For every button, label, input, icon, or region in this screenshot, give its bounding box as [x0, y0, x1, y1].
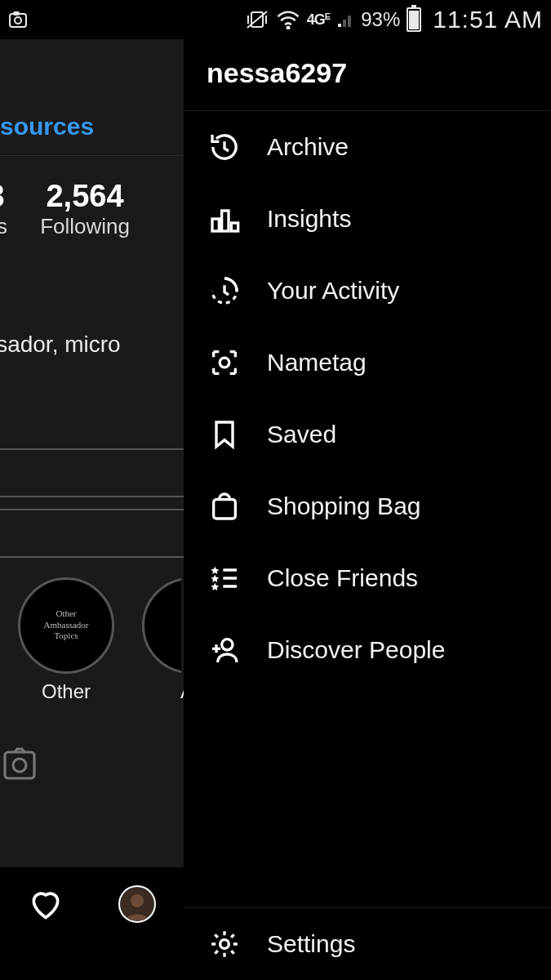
svg-point-7 [13, 759, 26, 772]
drawer-item-label: Saved [267, 421, 336, 448]
svg-rect-11 [222, 211, 229, 231]
heart-icon[interactable] [28, 886, 64, 922]
camera-app-icon [8, 10, 28, 29]
svg-rect-10 [212, 219, 219, 231]
drawer-item-label: Archive [267, 133, 349, 161]
svg-point-1 [15, 17, 21, 24]
followers-label: vers [0, 214, 7, 239]
nametag-icon [207, 345, 242, 381]
drawer-item-label: Nametag [267, 349, 367, 376]
drawer-item-shopping[interactable]: Shopping Bag [184, 470, 551, 542]
drawer-item-label: Settings [267, 930, 355, 958]
close-friends-icon [207, 560, 242, 596]
drawer-item-archive[interactable]: Archive [184, 111, 551, 183]
drawer-item-label: Close Friends [267, 564, 418, 592]
saved-icon [207, 416, 242, 452]
status-bar: 4GE 93% 11:51 AM [0, 0, 551, 39]
drawer-item-activity[interactable]: Your Activity [184, 255, 551, 327]
drawer-item-label: Discover People [267, 636, 445, 664]
svg-line-4 [247, 11, 267, 28]
profile-avatar-nav[interactable] [118, 885, 156, 923]
svg-rect-14 [214, 500, 236, 519]
vibrate-icon [245, 9, 269, 30]
following-stat[interactable]: 2,564 Following [40, 179, 130, 239]
drawer-item-close-friends[interactable]: Close Friends [184, 542, 551, 614]
svg-point-15 [222, 639, 233, 650]
battery-percent: 93% [361, 8, 400, 31]
drawer-item-label: Your Activity [267, 277, 399, 305]
highlight-cover-text: Other Ambassador Topics [44, 608, 89, 642]
drawer-item-saved[interactable]: Saved [184, 399, 551, 470]
battery-icon [407, 7, 421, 32]
bottom-nav [0, 867, 184, 939]
side-drawer: nessa6297 Archive Insights Your Activity [184, 39, 551, 980]
highlight-other[interactable]: Other Ambassador Topics Other [18, 577, 114, 703]
followers-stat[interactable]: 33 vers [0, 179, 7, 239]
status-time: 11:51 AM [433, 6, 543, 33]
insights-icon [207, 201, 242, 237]
highlight-label: Other [18, 680, 114, 703]
archive-icon [207, 129, 242, 165]
svg-rect-12 [231, 223, 238, 231]
discover-people-icon [207, 632, 242, 668]
svg-point-9 [131, 894, 144, 907]
drawer-item-label: Shopping Bag [267, 492, 421, 520]
svg-point-5 [287, 27, 290, 29]
drawer-item-insights[interactable]: Insights [184, 183, 551, 255]
drawer-item-discover[interactable]: Discover People [184, 614, 551, 686]
followers-count: 33 [0, 179, 7, 214]
settings-icon [207, 926, 242, 962]
svg-rect-0 [10, 14, 26, 27]
activity-icon [207, 273, 242, 309]
network-4g-icon: 4GE [307, 12, 330, 27]
following-count: 2,564 [40, 179, 130, 214]
svg-point-13 [220, 358, 229, 368]
shopping-bag-icon [207, 488, 242, 524]
drawer-item-nametag[interactable]: Nametag [184, 327, 551, 399]
wifi-icon [276, 10, 300, 29]
svg-rect-6 [5, 752, 34, 778]
following-label: Following [40, 214, 130, 239]
signal-icon [336, 11, 354, 29]
svg-point-16 [220, 940, 229, 949]
drawer-item-settings[interactable]: Settings [184, 908, 551, 980]
drawer-item-label: Insights [267, 205, 351, 233]
drawer-username[interactable]: nessa6297 [184, 39, 551, 110]
